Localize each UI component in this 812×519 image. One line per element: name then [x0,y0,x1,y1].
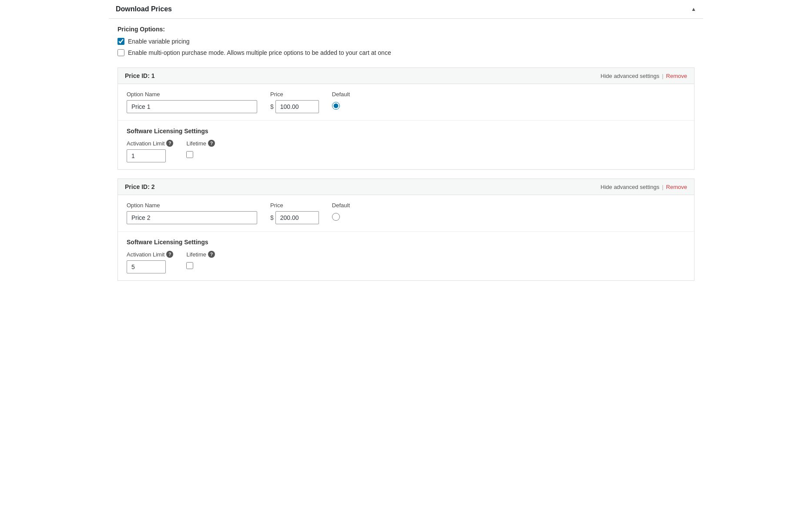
price-1-id-label: Price ID: 1 [125,72,154,79]
price-2-activation-limit-input[interactable] [127,260,166,273]
price-1-lifetime-label: Lifetime [186,140,206,147]
price-2-option-name-input[interactable] [127,211,257,224]
price-2-lifetime-checkbox[interactable] [186,262,193,269]
pricing-options-section: Pricing Options: Enable variable pricing… [109,19,703,67]
price-1-separator: | [662,73,663,79]
price-2-lifetime-label-row: Lifetime ? [186,251,215,258]
price-1-hide-settings-link[interactable]: Hide advanced settings [601,73,659,79]
price-2-price-input-wrapper: $ [270,211,319,224]
price-1-price-input[interactable] [275,100,319,113]
price-2-dollar-sign: $ [270,214,274,221]
enable-multi-option-row: Enable multi-option purchase mode. Allow… [117,49,695,56]
price-1-activation-limit-input[interactable] [127,149,166,162]
price-2-default-radio[interactable] [332,213,340,221]
price-block-2: Price ID: 2 Hide advanced settings | Rem… [117,179,695,281]
price-1-option-name-input[interactable] [127,100,257,113]
panel-header: Download Prices ▲ [109,0,703,19]
price-1-option-name-label: Option Name [127,91,257,98]
price-1-activation-label-row: Activation Limit ? [127,140,173,147]
price-1-lifetime-group: Lifetime ? [186,140,215,158]
collapse-icon[interactable]: ▲ [691,6,696,12]
enable-variable-pricing-row: Enable variable pricing [117,38,695,45]
price-1-price-input-wrapper: $ [270,100,319,113]
price-1-default-group: Default [332,91,350,111]
pricing-options-label: Pricing Options: [117,26,695,33]
price-2-lifetime-checkbox-wrapper [186,260,215,269]
price-2-licensing-section: Software Licensing Settings Activation L… [118,232,694,280]
price-1-default-radio-wrapper [332,102,350,111]
price-1-lifetime-label-row: Lifetime ? [186,140,215,147]
price-1-activation-limit-help-icon[interactable]: ? [166,140,173,147]
price-2-hide-settings-link[interactable]: Hide advanced settings [601,184,659,190]
price-2-activation-group: Activation Limit ? [127,251,173,273]
price-2-default-label: Default [332,202,350,209]
price-2-id-label: Price ID: 2 [125,183,154,190]
price-1-price-group: Price $ [270,91,319,113]
price-2-price-input[interactable] [275,211,319,224]
price-2-default-radio-wrapper [332,213,350,222]
price-2-price-label: Price [270,202,319,209]
price-1-activation-group: Activation Limit ? [127,140,173,162]
price-1-default-label: Default [332,91,350,98]
price-1-header-actions: Hide advanced settings | Remove [601,73,687,79]
price-block-1: Price ID: 1 Hide advanced settings | Rem… [117,67,695,170]
price-2-lifetime-label: Lifetime [186,251,206,258]
price-2-price-group: Price $ [270,202,319,224]
panel-title: Download Prices [116,5,172,13]
price-1-remove-link[interactable]: Remove [666,73,687,79]
price-2-separator: | [662,184,663,190]
price-2-lifetime-group: Lifetime ? [186,251,215,269]
price-1-option-name-group: Option Name [127,91,257,113]
enable-multi-option-label: Enable multi-option purchase mode. Allow… [128,49,391,56]
price-1-default-radio[interactable] [332,102,340,110]
main-container: Download Prices ▲ Pricing Options: Enabl… [109,0,703,298]
price-1-lifetime-help-icon[interactable]: ? [208,140,215,147]
prices-wrapper: Price ID: 1 Hide advanced settings | Rem… [109,67,703,298]
price-1-licensing-title: Software Licensing Settings [127,128,685,135]
price-2-licensing-title: Software Licensing Settings [127,239,685,246]
enable-variable-pricing-checkbox[interactable] [117,38,124,45]
price-2-licensing-fields: Activation Limit ? Lifetime ? [127,251,685,273]
price-block-1-header: Price ID: 1 Hide advanced settings | Rem… [118,68,694,84]
price-1-price-label: Price [270,91,319,98]
price-1-fields: Option Name Price $ Default [118,84,694,121]
price-1-dollar-sign: $ [270,103,274,110]
price-2-option-name-label: Option Name [127,202,257,209]
enable-variable-pricing-label: Enable variable pricing [128,38,190,45]
price-1-lifetime-checkbox[interactable] [186,151,193,158]
enable-multi-option-checkbox[interactable] [117,49,124,56]
price-2-activation-label-row: Activation Limit ? [127,251,173,258]
price-1-lifetime-checkbox-wrapper [186,149,215,158]
price-2-fields: Option Name Price $ Default [118,195,694,232]
price-1-licensing-section: Software Licensing Settings Activation L… [118,121,694,169]
price-1-activation-limit-label: Activation Limit [127,140,164,147]
price-2-lifetime-help-icon[interactable]: ? [208,251,215,258]
price-1-licensing-fields: Activation Limit ? Lifetime ? [127,140,685,162]
price-2-activation-limit-help-icon[interactable]: ? [166,251,173,258]
price-2-option-name-group: Option Name [127,202,257,224]
price-2-header-actions: Hide advanced settings | Remove [601,184,687,190]
price-2-default-group: Default [332,202,350,222]
price-2-activation-limit-label: Activation Limit [127,251,164,258]
price-block-2-header: Price ID: 2 Hide advanced settings | Rem… [118,179,694,195]
price-2-remove-link[interactable]: Remove [666,184,687,190]
